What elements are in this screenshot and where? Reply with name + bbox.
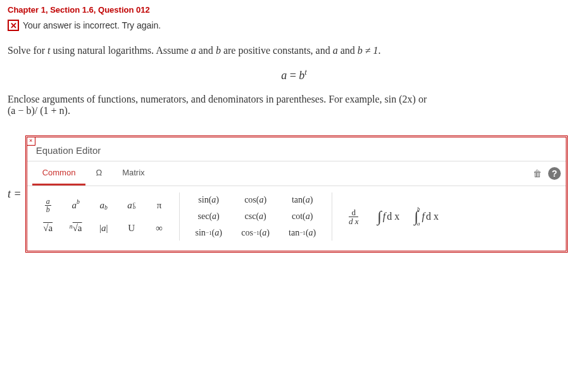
btn-arctan[interactable]: tan−1(a)	[280, 225, 325, 241]
btn-derivative[interactable]: dd x	[339, 194, 369, 239]
btn-arcsin[interactable]: sin−1(a)	[186, 225, 232, 241]
equation-editor[interactable]: × Equation Editor Common Ω Matrix 🗑 ? ab…	[25, 135, 568, 253]
tab-common[interactable]: Common	[32, 161, 86, 186]
palette: ab ab ab acb π √a n√a |a| U ∞	[27, 186, 566, 251]
incorrect-icon: ✕	[8, 20, 19, 31]
btn-def-integral[interactable]: ∫ ba fd x	[408, 194, 445, 239]
trash-icon[interactable]: 🗑	[529, 165, 546, 182]
problem-statement-2: Enclose arguments of functions, numerato…	[8, 94, 580, 116]
editor-title: Equation Editor	[27, 137, 566, 161]
btn-cos[interactable]: cos(a)	[233, 192, 278, 208]
btn-arccos[interactable]: cos−1(a)	[233, 225, 278, 241]
divider	[179, 192, 180, 241]
btn-abs[interactable]: |a|	[91, 217, 117, 239]
tab-omega[interactable]: Ω	[85, 161, 112, 186]
feedback-text: Your answer is incorrect. Try again.	[23, 20, 161, 30]
tab-matrix[interactable]: Matrix	[112, 161, 154, 186]
palette-group-trig: sin(a) cos(a) tan(a) sec(a) csc(a) cot(a…	[186, 192, 325, 241]
divider	[332, 192, 332, 241]
breadcrumb: Chapter 1, Section 1.6, Question 012	[8, 5, 580, 15]
answer-row: t = × Equation Editor Common Ω Matrix 🗑 …	[8, 135, 580, 253]
btn-sin[interactable]: sin(a)	[186, 192, 232, 208]
palette-group-calc: dd x ∫fd x ∫ ba fd x	[339, 194, 445, 239]
problem-statement-1: Solve for t using natural logarithms. As…	[8, 45, 580, 56]
btn-sqrt[interactable]: √a	[35, 217, 61, 239]
palette-group-basic: ab ab ab acb π √a n√a |a| U ∞	[35, 194, 173, 239]
btn-integral[interactable]: ∫fd x	[370, 194, 407, 239]
btn-cot[interactable]: cot(a)	[280, 209, 325, 224]
editor-tabs: Common Ω Matrix 🗑 ?	[27, 161, 566, 186]
btn-union[interactable]: U	[118, 217, 145, 239]
btn-pi[interactable]: π	[146, 194, 173, 216]
btn-supsub[interactable]: acb	[118, 194, 145, 216]
btn-tan[interactable]: tan(a)	[280, 192, 325, 208]
btn-superscript[interactable]: ab	[63, 194, 89, 216]
btn-subscript[interactable]: ab	[91, 194, 117, 216]
close-icon[interactable]: ×	[27, 137, 35, 146]
answer-label: t =	[8, 187, 22, 201]
display-equation: a = bt	[8, 68, 580, 82]
btn-fraction[interactable]: ab	[35, 194, 61, 216]
btn-sec[interactable]: sec(a)	[186, 209, 232, 224]
btn-csc[interactable]: csc(a)	[233, 209, 278, 224]
btn-nroot[interactable]: n√a	[63, 217, 89, 239]
help-icon[interactable]: ?	[548, 167, 561, 180]
feedback-row: ✕ Your answer is incorrect. Try again.	[8, 20, 580, 31]
btn-infinity[interactable]: ∞	[146, 217, 173, 239]
